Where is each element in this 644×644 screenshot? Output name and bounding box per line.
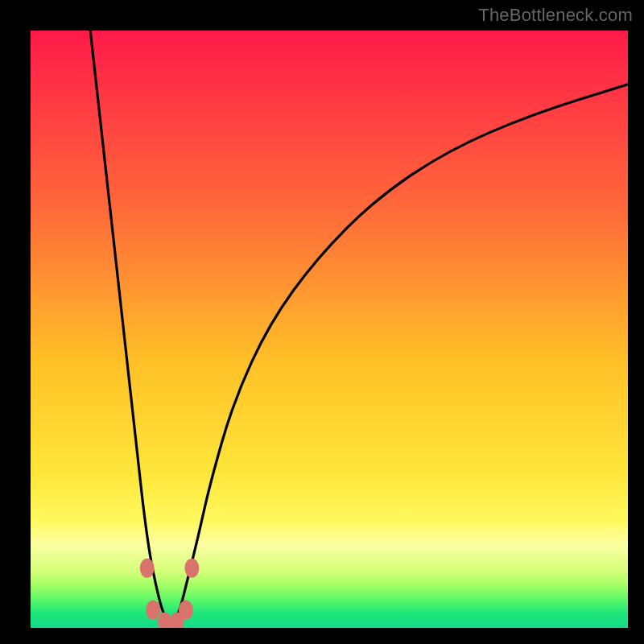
curve-marker [146,601,160,620]
watermark-text: TheBottleneck.com [478,5,633,26]
chart-svg [31,31,628,628]
plot-area [31,31,628,628]
curve-marker [179,601,193,620]
curve-markers [140,559,200,628]
curve-marker [140,559,155,578]
bottleneck-curve [90,31,628,622]
chart-frame: TheBottleneck.com [0,0,644,644]
curve-marker [184,559,199,578]
